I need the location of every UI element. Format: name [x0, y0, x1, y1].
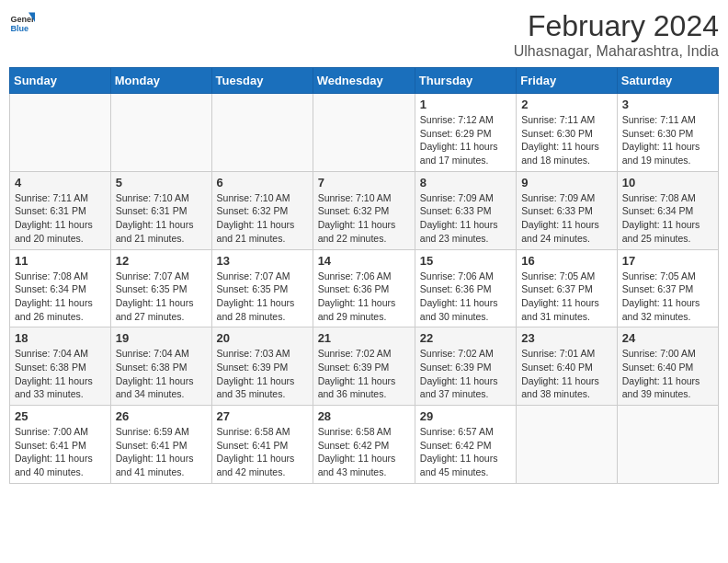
logo: General Blue	[9, 9, 35, 35]
calendar-month-year: February 2024	[514, 9, 719, 43]
day-info: Sunrise: 7:05 AM Sunset: 6:37 PM Dayligh…	[521, 270, 612, 324]
day-number: 16	[521, 254, 612, 268]
day-info: Sunrise: 7:01 AM Sunset: 6:40 PM Dayligh…	[521, 347, 612, 401]
day-number: 12	[116, 254, 207, 268]
table-row	[313, 94, 415, 172]
day-number: 23	[521, 331, 612, 345]
day-info: Sunrise: 7:09 AM Sunset: 6:33 PM Dayligh…	[420, 191, 511, 246]
day-info: Sunrise: 7:02 AM Sunset: 6:39 PM Dayligh…	[420, 347, 511, 401]
day-info: Sunrise: 7:11 AM Sunset: 6:31 PM Dayligh…	[15, 191, 106, 246]
table-row: 29Sunrise: 6:57 AM Sunset: 6:42 PM Dayli…	[415, 406, 516, 484]
day-number: 29	[420, 409, 511, 423]
day-number: 27	[217, 409, 308, 423]
calendar-header-row: Sunday Monday Tuesday Wednesday Thursday…	[10, 68, 719, 94]
day-number: 6	[217, 176, 308, 190]
day-number: 24	[622, 331, 713, 345]
day-number: 8	[420, 176, 511, 190]
table-row	[517, 406, 618, 484]
table-row: 25Sunrise: 7:00 AM Sunset: 6:41 PM Dayli…	[10, 406, 111, 484]
day-info: Sunrise: 7:09 AM Sunset: 6:33 PM Dayligh…	[521, 191, 612, 246]
day-number: 4	[15, 176, 106, 190]
col-wednesday: Wednesday	[313, 68, 415, 94]
day-number: 25	[15, 409, 106, 423]
day-info: Sunrise: 6:57 AM Sunset: 6:42 PM Dayligh…	[420, 425, 511, 479]
day-number: 22	[420, 331, 511, 345]
day-number: 10	[622, 176, 713, 190]
day-number: 3	[622, 98, 713, 111]
calendar-title-area: February 2024 Ulhasnagar, Maharashtra, I…	[514, 9, 719, 60]
day-number: 11	[15, 254, 106, 268]
logo-icon: General Blue	[9, 9, 35, 35]
day-number: 26	[116, 409, 207, 423]
calendar-week-row: 11Sunrise: 7:08 AM Sunset: 6:34 PM Dayli…	[10, 249, 719, 327]
table-row: 22Sunrise: 7:02 AM Sunset: 6:39 PM Dayli…	[415, 327, 516, 406]
day-info: Sunrise: 7:07 AM Sunset: 6:35 PM Dayligh…	[116, 270, 207, 324]
table-row: 3Sunrise: 7:11 AM Sunset: 6:30 PM Daylig…	[617, 94, 718, 172]
day-info: Sunrise: 7:03 AM Sunset: 6:39 PM Dayligh…	[217, 347, 308, 401]
table-row: 5Sunrise: 7:10 AM Sunset: 6:31 PM Daylig…	[110, 171, 211, 249]
table-row	[10, 94, 111, 172]
table-row: 18Sunrise: 7:04 AM Sunset: 6:38 PM Dayli…	[10, 327, 111, 406]
table-row: 21Sunrise: 7:02 AM Sunset: 6:39 PM Dayli…	[313, 327, 415, 406]
col-saturday: Saturday	[617, 68, 718, 94]
page-header: General Blue February 2024 Ulhasnagar, M…	[9, 9, 719, 60]
day-number: 2	[521, 98, 612, 111]
day-info: Sunrise: 7:07 AM Sunset: 6:35 PM Dayligh…	[217, 270, 308, 324]
col-thursday: Thursday	[415, 68, 516, 94]
day-info: Sunrise: 7:05 AM Sunset: 6:37 PM Dayligh…	[622, 270, 713, 324]
day-info: Sunrise: 7:08 AM Sunset: 6:34 PM Dayligh…	[622, 191, 713, 246]
table-row: 17Sunrise: 7:05 AM Sunset: 6:37 PM Dayli…	[617, 249, 718, 327]
table-row: 6Sunrise: 7:10 AM Sunset: 6:32 PM Daylig…	[211, 171, 313, 249]
day-number: 15	[420, 254, 511, 268]
day-number: 20	[217, 331, 308, 345]
calendar-week-row: 4Sunrise: 7:11 AM Sunset: 6:31 PM Daylig…	[10, 171, 719, 249]
calendar-week-row: 18Sunrise: 7:04 AM Sunset: 6:38 PM Dayli…	[10, 327, 719, 406]
table-row: 10Sunrise: 7:08 AM Sunset: 6:34 PM Dayli…	[617, 171, 718, 249]
calendar-week-row: 1Sunrise: 7:12 AM Sunset: 6:29 PM Daylig…	[10, 94, 719, 172]
day-info: Sunrise: 7:00 AM Sunset: 6:40 PM Dayligh…	[622, 347, 713, 401]
table-row: 14Sunrise: 7:06 AM Sunset: 6:36 PM Dayli…	[313, 249, 415, 327]
day-info: Sunrise: 7:10 AM Sunset: 6:32 PM Dayligh…	[217, 191, 308, 246]
table-row	[211, 94, 313, 172]
calendar-week-row: 25Sunrise: 7:00 AM Sunset: 6:41 PM Dayli…	[10, 406, 719, 484]
day-info: Sunrise: 7:10 AM Sunset: 6:31 PM Dayligh…	[116, 191, 207, 246]
day-number: 9	[521, 176, 612, 190]
day-number: 28	[318, 409, 410, 423]
day-number: 7	[318, 176, 410, 190]
col-monday: Monday	[110, 68, 211, 94]
table-row: 8Sunrise: 7:09 AM Sunset: 6:33 PM Daylig…	[415, 171, 516, 249]
table-row: 9Sunrise: 7:09 AM Sunset: 6:33 PM Daylig…	[517, 171, 618, 249]
day-info: Sunrise: 6:59 AM Sunset: 6:41 PM Dayligh…	[116, 425, 207, 479]
day-number: 13	[217, 254, 308, 268]
day-info: Sunrise: 7:06 AM Sunset: 6:36 PM Dayligh…	[420, 270, 511, 324]
table-row: 23Sunrise: 7:01 AM Sunset: 6:40 PM Dayli…	[517, 327, 618, 406]
day-info: Sunrise: 7:10 AM Sunset: 6:32 PM Dayligh…	[318, 191, 410, 246]
day-info: Sunrise: 7:00 AM Sunset: 6:41 PM Dayligh…	[15, 425, 106, 479]
col-sunday: Sunday	[10, 68, 111, 94]
table-row: 28Sunrise: 6:58 AM Sunset: 6:42 PM Dayli…	[313, 406, 415, 484]
day-number: 5	[116, 176, 207, 190]
table-row: 15Sunrise: 7:06 AM Sunset: 6:36 PM Dayli…	[415, 249, 516, 327]
table-row: 2Sunrise: 7:11 AM Sunset: 6:30 PM Daylig…	[517, 94, 618, 172]
table-row: 11Sunrise: 7:08 AM Sunset: 6:34 PM Dayli…	[10, 249, 111, 327]
table-row: 4Sunrise: 7:11 AM Sunset: 6:31 PM Daylig…	[10, 171, 111, 249]
table-row: 24Sunrise: 7:00 AM Sunset: 6:40 PM Dayli…	[617, 327, 718, 406]
day-number: 14	[318, 254, 410, 268]
day-number: 17	[622, 254, 713, 268]
table-row: 12Sunrise: 7:07 AM Sunset: 6:35 PM Dayli…	[110, 249, 211, 327]
col-tuesday: Tuesday	[211, 68, 313, 94]
table-row: 19Sunrise: 7:04 AM Sunset: 6:38 PM Dayli…	[110, 327, 211, 406]
table-row: 1Sunrise: 7:12 AM Sunset: 6:29 PM Daylig…	[415, 94, 516, 172]
day-info: Sunrise: 7:06 AM Sunset: 6:36 PM Dayligh…	[318, 270, 410, 324]
day-info: Sunrise: 6:58 AM Sunset: 6:42 PM Dayligh…	[318, 425, 410, 479]
table-row: 27Sunrise: 6:58 AM Sunset: 6:41 PM Dayli…	[211, 406, 313, 484]
table-row: 13Sunrise: 7:07 AM Sunset: 6:35 PM Dayli…	[211, 249, 313, 327]
day-info: Sunrise: 7:02 AM Sunset: 6:39 PM Dayligh…	[318, 347, 410, 401]
calendar-table: Sunday Monday Tuesday Wednesday Thursday…	[9, 67, 719, 484]
calendar-location: Ulhasnagar, Maharashtra, India	[514, 43, 719, 60]
day-number: 18	[15, 331, 106, 345]
day-info: Sunrise: 7:08 AM Sunset: 6:34 PM Dayligh…	[15, 270, 106, 324]
svg-text:Blue: Blue	[10, 24, 28, 33]
day-info: Sunrise: 6:58 AM Sunset: 6:41 PM Dayligh…	[217, 425, 308, 479]
table-row: 16Sunrise: 7:05 AM Sunset: 6:37 PM Dayli…	[517, 249, 618, 327]
